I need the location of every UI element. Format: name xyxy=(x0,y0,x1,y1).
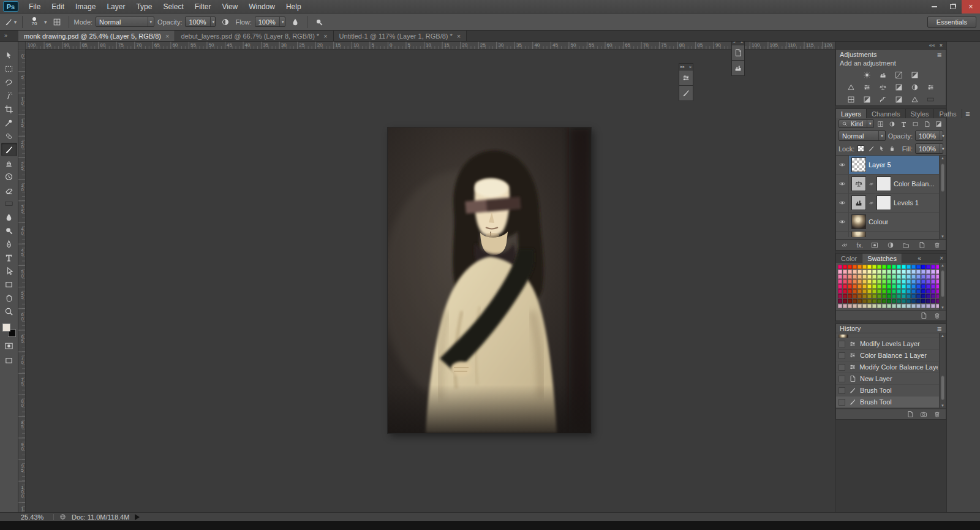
menu-select[interactable]: Select xyxy=(157,0,189,13)
color-swatch[interactable] xyxy=(916,294,921,298)
size-pressure-button[interactable] xyxy=(312,16,326,28)
color-swatch[interactable] xyxy=(838,299,842,303)
brush-preset-arrow[interactable]: ▾ xyxy=(44,19,47,25)
layer-row[interactable]: Color Balan... xyxy=(836,175,939,194)
visibility-toggle[interactable] xyxy=(836,232,849,237)
scroll-up-icon[interactable]: ▲ xyxy=(940,156,946,160)
color-swatch[interactable] xyxy=(907,304,911,308)
menu-layer[interactable]: Layer xyxy=(101,0,130,13)
close-icon[interactable]: × xyxy=(937,254,946,263)
lock-pixels-button[interactable] xyxy=(867,145,875,153)
color-swatch[interactable] xyxy=(902,289,906,293)
color-swatch[interactable] xyxy=(887,274,891,279)
color-swatch[interactable] xyxy=(897,279,901,284)
selective-color-adjustment-icon[interactable] xyxy=(908,94,922,105)
color-swatch[interactable] xyxy=(887,304,891,308)
color-swatch[interactable] xyxy=(843,265,847,269)
zoom-tool[interactable] xyxy=(1,305,17,318)
color-swatch[interactable] xyxy=(897,304,901,308)
color-swatch[interactable] xyxy=(872,294,876,298)
color-swatch[interactable] xyxy=(853,279,857,284)
status-options-arrow[interactable] xyxy=(135,514,140,520)
color-swatch[interactable] xyxy=(911,265,916,269)
color-swatch[interactable] xyxy=(916,284,921,289)
pen-tool[interactable] xyxy=(1,237,17,251)
history-brush-source-well[interactable] xyxy=(839,387,845,394)
scroll-down-icon[interactable]: ▼ xyxy=(940,235,946,238)
color-swatch[interactable] xyxy=(858,274,862,279)
tab-paths[interactable]: Paths xyxy=(934,109,962,118)
current-tool-button[interactable]: ▾ xyxy=(4,16,17,28)
filtering-toggle[interactable] xyxy=(934,119,943,128)
color-swatch[interactable] xyxy=(848,274,852,279)
flow-select[interactable]: 100% ▾ xyxy=(255,17,285,27)
color-swatch[interactable] xyxy=(926,270,930,274)
lock-position-button[interactable] xyxy=(878,145,886,153)
color-swatch[interactable] xyxy=(843,299,847,303)
quick-mask-button[interactable] xyxy=(1,339,17,352)
filter-pixel-layers-button[interactable] xyxy=(876,119,886,128)
color-swatch[interactable] xyxy=(843,270,847,274)
panel-menu-icon[interactable]: ≣ xyxy=(937,325,942,332)
color-swatch[interactable] xyxy=(892,270,896,274)
color-swatch[interactable] xyxy=(902,304,906,308)
document-size-readout[interactable]: Doc: 11.0M/118.4M xyxy=(72,513,129,521)
color-swatch[interactable] xyxy=(862,304,867,308)
color-swatch[interactable] xyxy=(853,284,857,289)
color-swatch[interactable] xyxy=(902,274,906,279)
histogram-panel-button[interactable] xyxy=(732,60,744,75)
color-swatch[interactable] xyxy=(872,274,876,279)
link-layers-button[interactable] xyxy=(841,241,848,249)
color-swatch[interactable] xyxy=(838,289,842,293)
color-swatch[interactable] xyxy=(862,265,867,269)
color-swatch[interactable] xyxy=(872,299,876,303)
menu-filter[interactable]: Filter xyxy=(189,0,217,13)
color-swatch[interactable] xyxy=(882,294,886,298)
filter-shape-layers-button[interactable] xyxy=(911,119,920,128)
filter-adjustment-layers-button[interactable] xyxy=(888,119,897,128)
color-swatch[interactable] xyxy=(921,279,925,284)
color-swatch[interactable] xyxy=(911,304,916,308)
color-swatch[interactable] xyxy=(921,284,925,289)
hue-saturation-adjustment-icon[interactable] xyxy=(860,81,875,93)
layer-filter-select[interactable]: Kind ▾ xyxy=(839,119,874,128)
history-brush-source-well[interactable] xyxy=(839,399,845,406)
color-swatch[interactable] xyxy=(858,284,862,289)
color-swatch[interactable] xyxy=(853,270,857,274)
close-icon[interactable]: × xyxy=(689,65,692,69)
color-swatch[interactable] xyxy=(853,304,857,308)
magic-wand-tool[interactable] xyxy=(1,89,17,102)
color-swatch[interactable] xyxy=(867,304,872,308)
tab-close-icon[interactable]: × xyxy=(165,32,169,40)
color-swatch[interactable] xyxy=(931,299,935,303)
color-swatch[interactable] xyxy=(867,279,872,284)
color-swatch[interactable] xyxy=(926,284,930,289)
history-brush-source-well[interactable] xyxy=(839,341,845,347)
levels-adjustment-icon[interactable] xyxy=(876,69,891,80)
color-swatch[interactable] xyxy=(931,304,935,308)
posterize-adjustment-icon[interactable] xyxy=(876,94,891,105)
document-tab[interactable]: monk drawing.psd @ 25.4% (Layer 5, RGB/8… xyxy=(18,31,175,41)
new-snapshot-button[interactable] xyxy=(920,411,927,418)
menu-window[interactable]: Window xyxy=(243,0,281,13)
eyedropper-tool[interactable] xyxy=(1,116,17,129)
color-swatch[interactable] xyxy=(926,279,930,284)
color-swatch[interactable] xyxy=(887,299,891,303)
document-canvas[interactable] xyxy=(388,127,591,433)
color-swatch[interactable] xyxy=(921,270,925,274)
vertical-ruler[interactable]: 0510152025303540455055606570758085909510… xyxy=(18,50,26,512)
color-swatch[interactable] xyxy=(926,304,930,308)
black-white-adjustment-icon[interactable] xyxy=(892,81,907,93)
color-swatch[interactable] xyxy=(892,279,896,284)
menu-image[interactable]: Image xyxy=(70,0,101,13)
foreground-color-swatch[interactable] xyxy=(2,324,10,331)
color-swatch[interactable] xyxy=(907,284,911,289)
color-swatch[interactable] xyxy=(926,299,930,303)
threshold-adjustment-icon[interactable] xyxy=(892,94,907,105)
history-brush-tool[interactable] xyxy=(1,170,17,183)
layer-blend-mode-select[interactable]: Normal ▾ xyxy=(839,131,886,141)
filter-smart-objects-button[interactable] xyxy=(922,119,932,128)
color-swatch[interactable] xyxy=(838,270,842,274)
layer-style-button[interactable]: fx. xyxy=(856,242,863,249)
color-swatch[interactable] xyxy=(882,299,886,303)
